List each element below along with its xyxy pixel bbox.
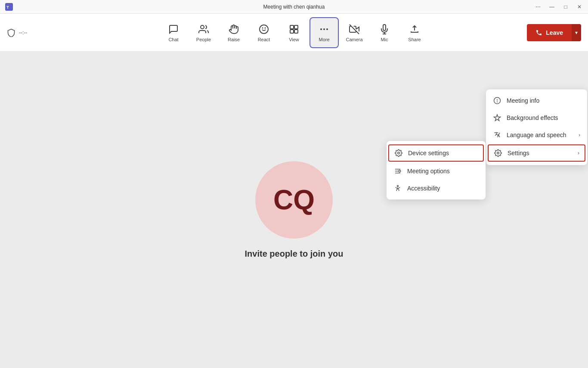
svg-point-21 bbox=[398, 152, 400, 154]
accessibility-icon bbox=[393, 184, 402, 193]
raise-label: Raise bbox=[228, 37, 240, 42]
more-button[interactable]: More bbox=[309, 17, 339, 48]
svg-point-10 bbox=[320, 28, 322, 30]
react-label: React bbox=[258, 37, 270, 42]
language-icon bbox=[493, 131, 501, 139]
avatar-initials: CQ bbox=[273, 184, 315, 216]
react-button[interactable]: React bbox=[249, 17, 279, 48]
mic-icon bbox=[378, 23, 390, 35]
language-speech-label: Language and speech bbox=[507, 132, 573, 138]
settings-chevron-icon: › bbox=[578, 150, 579, 156]
shield-icon bbox=[7, 28, 15, 37]
time-display: --:-- bbox=[19, 30, 27, 36]
device-settings-icon bbox=[394, 149, 403, 157]
accessibility-item[interactable]: Accessibility bbox=[387, 180, 486, 197]
people-label: People bbox=[196, 37, 211, 42]
title-bar-left: T bbox=[5, 3, 13, 11]
main-content: CQ Invite people to join you Meeting inf… bbox=[0, 52, 588, 368]
svg-point-12 bbox=[326, 28, 328, 30]
device-settings-item[interactable]: Device settings bbox=[388, 144, 484, 162]
settings-icon bbox=[494, 149, 502, 157]
settings-label: Settings bbox=[508, 150, 573, 156]
language-speech-item[interactable]: Language and speech › bbox=[486, 126, 587, 144]
accessibility-label: Accessibility bbox=[407, 185, 479, 192]
chat-label: Chat bbox=[168, 37, 178, 42]
svg-point-20 bbox=[497, 152, 499, 154]
people-icon bbox=[198, 23, 210, 35]
meeting-info-label: Meeting info bbox=[507, 97, 580, 104]
window-more-button[interactable]: ⋯ bbox=[535, 3, 542, 10]
close-button[interactable]: ✕ bbox=[576, 3, 583, 10]
maximize-button[interactable]: □ bbox=[562, 3, 569, 10]
meeting-options-label: Meeting options bbox=[407, 168, 479, 175]
chat-button[interactable]: Chat bbox=[159, 17, 188, 48]
meeting-toolbar: --:-- Chat People bbox=[0, 14, 588, 52]
title-bar-controls: ⋯ — □ ✕ bbox=[535, 3, 583, 10]
mic-label: Mic bbox=[381, 37, 388, 42]
device-settings-label: Device settings bbox=[408, 150, 478, 156]
title-bar: T Meeting with chen qianhua ⋯ — □ ✕ bbox=[0, 0, 588, 14]
view-icon bbox=[288, 23, 300, 35]
react-icon bbox=[258, 23, 270, 35]
svg-rect-6 bbox=[290, 25, 294, 29]
share-label: Share bbox=[408, 37, 421, 42]
right-dropdown: Meeting info Background effects bbox=[486, 89, 587, 165]
meeting-options-item[interactable]: Meeting options bbox=[387, 163, 486, 180]
sparkle-icon bbox=[493, 113, 501, 122]
avatar-container: CQ Invite people to join you bbox=[245, 161, 344, 259]
view-label: View bbox=[289, 37, 299, 42]
more-label: More bbox=[319, 37, 329, 42]
svg-point-26 bbox=[397, 185, 399, 187]
avatar: CQ bbox=[255, 161, 333, 239]
people-button[interactable]: People bbox=[189, 17, 218, 48]
svg-point-2 bbox=[201, 25, 204, 29]
leave-button[interactable]: Leave bbox=[527, 24, 572, 41]
svg-text:T: T bbox=[6, 4, 9, 9]
leave-chevron-button[interactable]: ▾ bbox=[572, 24, 581, 41]
more-icon bbox=[318, 23, 330, 35]
settings-item[interactable]: Settings › bbox=[488, 144, 585, 162]
svg-point-25 bbox=[399, 170, 401, 172]
share-icon bbox=[409, 23, 421, 35]
toolbar-right: Leave ▾ bbox=[527, 24, 581, 41]
window-title: Meeting with chen qianhua bbox=[263, 4, 325, 10]
view-button[interactable]: View bbox=[279, 17, 309, 48]
meeting-options-icon bbox=[393, 167, 402, 175]
left-dropdown: Device settings Meeting options bbox=[387, 141, 486, 199]
camera-icon bbox=[348, 23, 360, 35]
chat-icon bbox=[167, 23, 179, 35]
toolbar-buttons: Chat People bbox=[159, 17, 429, 48]
raise-icon bbox=[228, 23, 240, 35]
raise-button[interactable]: Raise bbox=[219, 17, 248, 48]
leave-call-icon bbox=[535, 29, 542, 36]
teams-logo-icon: T bbox=[5, 3, 13, 11]
svg-point-11 bbox=[323, 28, 325, 30]
info-icon bbox=[493, 96, 501, 105]
share-button[interactable]: Share bbox=[400, 17, 429, 48]
minimize-button[interactable]: — bbox=[548, 3, 555, 10]
camera-label: Camera bbox=[346, 37, 362, 42]
svg-rect-8 bbox=[290, 30, 294, 33]
meeting-info-item[interactable]: Meeting info bbox=[486, 92, 587, 109]
svg-rect-7 bbox=[294, 25, 298, 29]
camera-button[interactable]: Camera bbox=[340, 17, 369, 48]
invite-text: Invite people to join you bbox=[245, 249, 344, 259]
svg-point-3 bbox=[260, 25, 268, 34]
background-effects-label: Background effects bbox=[507, 114, 580, 121]
mic-button[interactable]: Mic bbox=[370, 17, 399, 48]
background-effects-item[interactable]: Background effects bbox=[486, 109, 587, 126]
svg-rect-9 bbox=[294, 30, 298, 33]
language-chevron-icon: › bbox=[579, 132, 580, 138]
toolbar-left: --:-- bbox=[7, 28, 27, 37]
